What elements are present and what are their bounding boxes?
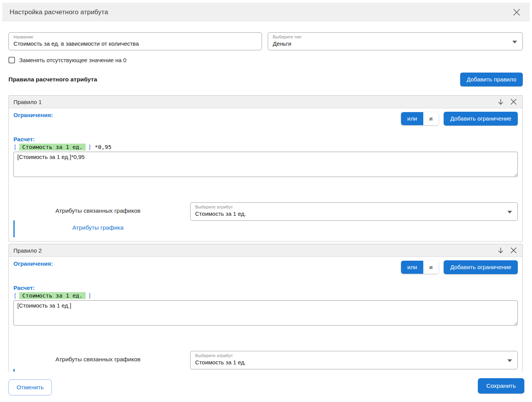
attribute-select[interactable]: Выберите атрибут Стоимость за 1 ед. <box>190 351 518 369</box>
formula-open-bracket: [ <box>13 144 17 150</box>
type-select[interactable]: Выберите тип Деньги <box>268 32 523 50</box>
add-constraint-button[interactable]: Добавить ограничение <box>444 112 518 126</box>
move-down-icon[interactable] <box>496 246 505 255</box>
attribute-select-label: Выберите атрибут <box>195 205 513 210</box>
tab-chart-attributes[interactable]: Атрибуты графика <box>13 219 182 236</box>
rule-1-attributes-row: Атрибуты связанных графиков Атрибуты гра… <box>13 202 518 237</box>
formula-preview: [ Стоимость за 1 ед. ] <box>13 292 518 299</box>
rules-section-header: Правила расчетного атрибута Добавить пра… <box>8 73 523 86</box>
attribute-select[interactable]: Выберите атрибут Стоимость за 1 ед. <box>190 202 518 221</box>
checkbox-icon[interactable] <box>8 57 15 63</box>
or-toggle-button[interactable]: или <box>401 261 423 274</box>
or-and-toggle: или и <box>401 112 439 125</box>
attribute-tabs: Атрибуты связанных графиков Атрибуты гра… <box>13 202 182 236</box>
chevron-down-icon <box>512 41 517 43</box>
rule-1-title: Правило 1 <box>13 99 42 105</box>
chevron-down-icon <box>507 211 512 213</box>
dialog-header: Настройка расчетного атрибута <box>2 3 530 22</box>
add-constraint-button[interactable]: Добавить ограничение <box>444 260 518 274</box>
selected-tab-indicator <box>13 220 15 237</box>
formula-open-bracket: [ <box>13 293 17 299</box>
expression-textarea[interactable]: [Стоимость за 1 ед.]*0,95 <box>13 152 518 177</box>
formula-preview: [ Стоимость за 1 ед. ] *0,95 <box>13 144 518 151</box>
attribute-select-value: Стоимость за 1 ед. <box>195 210 513 218</box>
and-toggle-button[interactable]: и <box>423 261 439 274</box>
rules-section-title: Правила расчетного атрибута <box>8 76 97 83</box>
type-select-label: Выберите тип <box>273 35 518 40</box>
formula-close-bracket: ] <box>88 293 91 299</box>
dialog-title: Настройка расчетного атрибута <box>10 8 108 16</box>
calculated-attribute-dialog: Настройка расчетного атрибута Название В… <box>0 0 532 402</box>
add-rule-button[interactable]: Добавить правило <box>460 73 523 86</box>
calc-label: Расчет: <box>13 136 518 142</box>
cancel-button[interactable]: Отменить <box>8 379 52 395</box>
name-input[interactable] <box>13 40 257 48</box>
delete-rule-icon[interactable] <box>509 98 518 106</box>
and-toggle-button[interactable]: и <box>423 112 439 125</box>
tab-linked-chart-attributes[interactable]: Атрибуты связанных графиков <box>13 351 182 368</box>
tab-linked-chart-attributes[interactable]: Атрибуты связанных графиков <box>13 202 182 219</box>
attribute-select-label: Выберите атрибут <box>195 353 513 358</box>
rule-panel-2: Правило 2 Ограничения: или <box>8 244 523 372</box>
selected-tab-indicator <box>13 369 15 372</box>
move-down-icon[interactable] <box>496 98 505 106</box>
attribute-tabs: Атрибуты связанных графиков Атрибуты гра… <box>13 351 182 372</box>
or-toggle-button[interactable]: или <box>401 112 423 125</box>
close-icon[interactable] <box>511 7 522 18</box>
delete-rule-icon[interactable] <box>509 246 518 255</box>
expression-textarea[interactable]: [Стоимость за 1 ед.] <box>13 300 518 326</box>
constraints-label: Ограничения: <box>13 260 53 267</box>
rule-2-attributes-row: Атрибуты связанных графиков Атрибуты гра… <box>13 351 518 372</box>
constraints-label: Ограничения: <box>13 112 53 118</box>
top-fields-row: Название Выберите тип Деньги <box>8 32 523 50</box>
rule-panel-1: Правило 1 Ограничения: или <box>8 95 523 242</box>
calc-label: Расчет: <box>13 285 518 291</box>
name-field[interactable]: Название <box>8 32 262 50</box>
rule-2-body: Ограничения: или и Добавить ограничение … <box>9 257 522 372</box>
rule-1-header: Правило 1 <box>9 96 522 108</box>
rule-2-header: Правило 2 <box>9 244 522 257</box>
rule-2-title: Правило 2 <box>13 247 42 254</box>
or-and-toggle: или и <box>401 261 439 274</box>
formula-close-bracket: ] <box>88 144 91 150</box>
dialog-content: Название Выберите тип Деньги Заменять от… <box>0 22 532 372</box>
replace-missing-checkbox[interactable]: Заменять отсутствующее значение на 0 <box>8 57 523 63</box>
name-field-label: Название <box>13 35 257 40</box>
rule-1-body: Ограничения: или и Добавить ограничение … <box>9 108 522 241</box>
tab-chart-attributes[interactable]: Атрибуты графика <box>13 368 182 372</box>
formula-attribute-token: Стоимость за 1 ед. <box>19 144 86 151</box>
save-button[interactable]: Сохранить <box>478 378 524 394</box>
formula-suffix: *0,95 <box>95 144 112 150</box>
type-select-value: Деньги <box>273 40 518 48</box>
attribute-select-value: Стоимость за 1 ед. <box>195 359 513 366</box>
formula-attribute-token: Стоимость за 1 ед. <box>19 292 86 299</box>
chevron-down-icon <box>507 359 512 362</box>
checkbox-label: Заменять отсутствующее значение на 0 <box>19 57 126 63</box>
